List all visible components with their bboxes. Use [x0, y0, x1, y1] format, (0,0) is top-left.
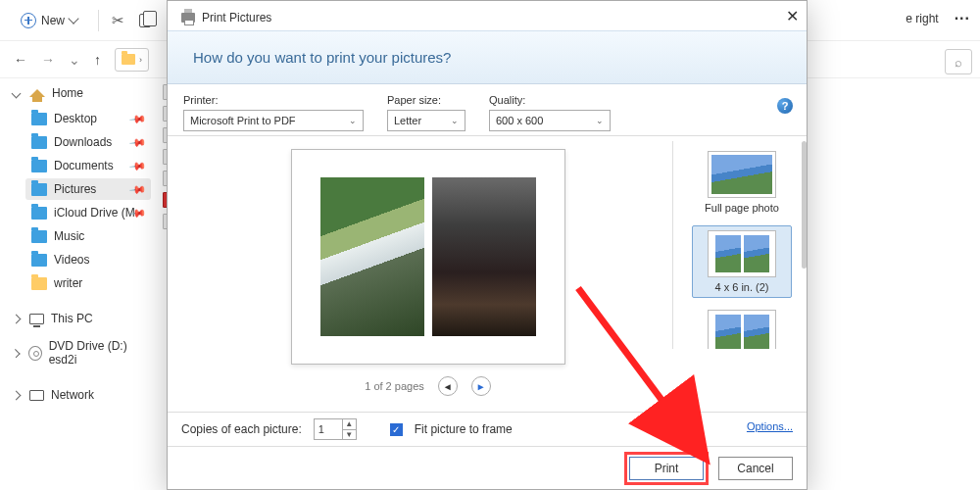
sidebar-item-videos[interactable]: Videos	[25, 249, 151, 270]
sidebar: Home Desktop📌 Downloads📌 Documents📌 Pict…	[0, 78, 159, 490]
new-button[interactable]: New	[10, 8, 88, 33]
copies-input[interactable]: 1 ▲ ▼	[314, 418, 357, 440]
sidebar-item-pictures[interactable]: Pictures📌	[25, 178, 151, 200]
sidebar-item-downloads[interactable]: Downloads📌	[25, 131, 151, 153]
address-bar[interactable]: ›	[115, 48, 149, 72]
scissors-icon: ✂	[112, 12, 124, 29]
layout-thumb	[708, 230, 776, 277]
sidebar-this-pc[interactable]: This PC	[6, 308, 151, 329]
toolbar-divider	[98, 10, 99, 31]
next-page-button[interactable]: ►	[471, 376, 491, 396]
recent-chevron[interactable]: ⌄	[69, 52, 80, 68]
preview-photo-2	[432, 177, 536, 336]
thumb-photo	[715, 235, 741, 272]
print-button[interactable]: Print	[629, 457, 704, 480]
help-button[interactable]: ?	[777, 98, 793, 114]
pin-icon: 📌	[128, 133, 147, 152]
back-button[interactable]: ←	[14, 52, 27, 68]
folder-icon	[31, 207, 47, 220]
new-button-label: New	[41, 14, 65, 27]
folder-icon	[31, 230, 47, 243]
printer-select[interactable]: Microsoft Print to PDF⌄	[183, 110, 364, 131]
triangle-right-icon: ►	[476, 381, 486, 392]
folder-icon	[31, 136, 47, 149]
disc-icon	[28, 346, 41, 361]
chevron-down-icon: ⌄	[349, 116, 357, 125]
pc-icon	[29, 314, 44, 324]
sidebar-dvd[interactable]: DVD Drive (D:) esd2i	[6, 335, 151, 370]
chevron-down-icon	[12, 88, 22, 98]
page-preview	[291, 149, 565, 365]
fit-label: Fit picture to frame	[415, 422, 513, 436]
dialog-titlebar: Print Pictures	[168, 1, 807, 30]
print-button-highlight: Print	[624, 452, 709, 485]
quality-label: Quality:	[489, 94, 611, 106]
preview-photo-1	[320, 177, 424, 336]
thumb-photo	[711, 155, 772, 194]
sidebar-item-desktop[interactable]: Desktop📌	[25, 108, 151, 129]
search-icon: ⌕	[955, 55, 962, 70]
folder-icon	[31, 277, 47, 290]
sidebar-item-label: DVD Drive (D:) esd2i	[49, 339, 145, 367]
chevron-right-icon: ›	[139, 55, 142, 65]
sidebar-item-label: Desktop	[54, 112, 97, 125]
dialog-options-strip: Copies of each picture: 1 ▲ ▼ ✓ Fit pict…	[168, 412, 807, 446]
sidebar-item-documents[interactable]: Documents📌	[25, 155, 151, 176]
folder-icon	[31, 113, 47, 125]
layout-label: Full page photo	[705, 202, 779, 214]
dialog-body: Printer: Microsoft Print to PDF⌄ Paper s…	[168, 84, 807, 412]
folder-icon	[122, 54, 135, 65]
sidebar-item-label: Pictures	[54, 182, 96, 196]
spinner-up[interactable]: ▲	[343, 419, 356, 430]
pin-icon: 📌	[128, 180, 147, 199]
sidebar-item-label: Downloads	[54, 135, 112, 149]
printer-icon	[181, 13, 195, 23]
copy-button[interactable]	[136, 12, 154, 29]
layout-5x7[interactable]: 5 x 7 in. (2)	[692, 306, 792, 349]
network-icon	[29, 390, 44, 401]
pager: 1 of 2 pages ◄ ►	[183, 376, 672, 396]
prev-page-button[interactable]: ◄	[438, 376, 458, 396]
forward-button[interactable]: →	[41, 52, 55, 68]
sidebar-item-music[interactable]: Music	[25, 225, 151, 247]
toolbar-right: e right ···	[906, 10, 970, 27]
layout-4x6[interactable]: 4 x 6 in. (2)	[692, 225, 792, 298]
layout-list[interactable]: Full page photo 4 x 6 in. (2) 5 x 7 in. …	[683, 141, 801, 349]
spinner-down[interactable]: ▼	[343, 430, 356, 440]
thumb-photo	[715, 315, 741, 349]
sidebar-item-icloud[interactable]: iCloud Drive (M📌	[25, 202, 151, 223]
paper-select[interactable]: Letter⌄	[387, 110, 466, 131]
fit-checkbox[interactable]: ✓	[390, 423, 403, 436]
sidebar-item-label: writer	[54, 276, 82, 290]
dialog-title: Print Pictures	[202, 11, 271, 24]
thumb-photo	[744, 315, 769, 349]
more-button[interactable]: ···	[955, 10, 970, 27]
close-button[interactable]: ✕	[786, 7, 799, 25]
print-options-row: Printer: Microsoft Print to PDF⌄ Paper s…	[168, 84, 807, 136]
printer-field: Printer: Microsoft Print to PDF⌄	[183, 94, 364, 131]
quality-value: 600 x 600	[496, 115, 543, 126]
cancel-button[interactable]: Cancel	[718, 457, 793, 480]
layout-scrollbar[interactable]	[802, 141, 807, 269]
plus-icon	[21, 13, 36, 28]
layout-full-page[interactable]: Full page photo	[692, 147, 792, 218]
layout-thumb	[708, 151, 776, 198]
search-field[interactable]: ⌕	[945, 49, 972, 74]
chevron-right-icon	[12, 390, 22, 400]
pager-text: 1 of 2 pages	[365, 380, 424, 392]
options-link[interactable]: Options...	[747, 420, 793, 432]
sidebar-item-writer[interactable]: writer	[25, 272, 151, 294]
chevron-down-icon: ⌄	[451, 116, 459, 125]
sidebar-home[interactable]: Home	[6, 82, 151, 104]
printer-label: Printer:	[183, 94, 364, 106]
folder-icon	[31, 160, 47, 172]
chevron-right-icon	[12, 314, 22, 323]
preview-pane: 1 of 2 pages ◄ ►	[183, 141, 673, 349]
cut-button[interactable]: ✂	[109, 12, 126, 29]
thumb-photo	[744, 235, 769, 272]
up-button[interactable]: ↑	[94, 52, 101, 68]
sidebar-item-label: Music	[54, 229, 84, 243]
pin-icon: 📌	[128, 157, 147, 175]
sidebar-network[interactable]: Network	[6, 384, 151, 406]
quality-select[interactable]: 600 x 600⌄	[489, 110, 611, 131]
